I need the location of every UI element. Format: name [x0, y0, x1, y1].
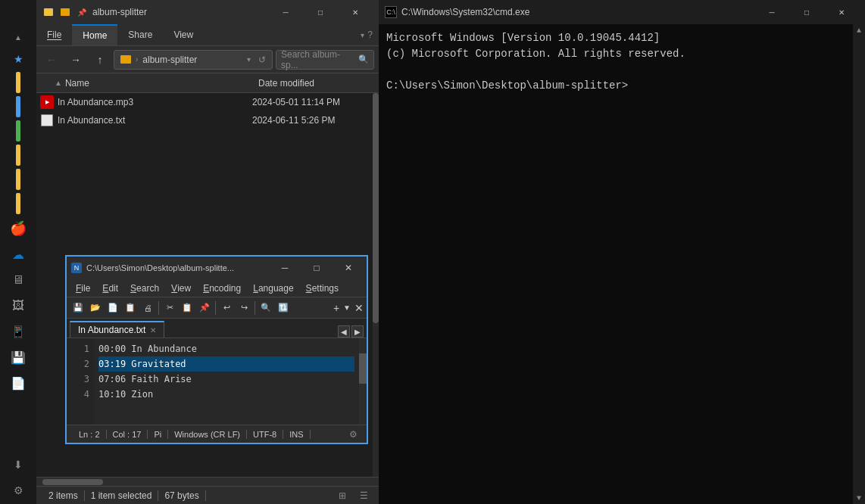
npp-line-1: 00:00 In Abundance — [98, 341, 354, 356]
npp-tb-print[interactable]: 🖨 — [139, 300, 156, 316]
npp-scrollbar[interactable] — [359, 338, 367, 425]
explorer-close-btn[interactable]: ✕ — [338, 0, 373, 24]
npp-status-gear-icon[interactable]: ⚙ — [345, 427, 361, 442]
npp-tab-nav-left[interactable]: ◀ — [338, 325, 350, 338]
back-btn[interactable]: ← — [41, 49, 62, 70]
cmd-scrollbar[interactable]: ▲ ▼ — [853, 24, 865, 504]
address-bar: ← → ↑ › album-splitter ▾ ↺ Search album-… — [36, 46, 379, 73]
cmd-line-4: C:\Users\Simon\Desktop\album-splitter> — [386, 78, 857, 94]
search-box[interactable]: Search album-sp... 🔍 — [276, 50, 374, 70]
npp-minimize-btn[interactable]: ─ — [271, 257, 298, 279]
sidebar-icon-item1 — [16, 72, 20, 93]
explorer-maximize-btn[interactable]: □ — [303, 0, 338, 24]
cmd-maximize-btn[interactable]: □ — [789, 0, 824, 24]
npp-tb-saveas[interactable]: 📋 — [122, 300, 139, 316]
sidebar-icon-star[interactable]: ★ — [5, 48, 32, 70]
npp-tb-copy[interactable]: 📋 — [179, 300, 195, 316]
npp-menu-encoding[interactable]: Encoding — [197, 279, 247, 297]
npp-linenum-3: 3 — [67, 372, 94, 387]
forward-btn[interactable]: → — [65, 49, 86, 70]
cmd-line-1: Microsoft Windows [Version 10.0.19045.44… — [386, 30, 857, 46]
file-item-mp3[interactable]: ▶ In Abundance.mp3 2024-05-01 11:14 PM — [36, 93, 379, 111]
npp-tb-replace[interactable]: 🔃 — [275, 300, 292, 316]
cmd-close-btn[interactable]: ✕ — [824, 0, 859, 24]
column-headers: ▲ Name Date modified — [36, 73, 379, 93]
npp-linenum-2: 2 — [67, 356, 94, 372]
npp-tb-cut[interactable]: ✂ — [161, 300, 178, 316]
sidebar-icon-item6 — [16, 193, 20, 214]
path-refresh-icon[interactable]: ↺ — [258, 54, 266, 65]
npp-close-btn[interactable]: ✕ — [335, 257, 362, 279]
horizontal-scrollbar[interactable] — [36, 477, 379, 486]
npp-tb-redo[interactable]: ↪ — [236, 300, 252, 316]
npp-toolbar-arrow[interactable]: ▼ — [343, 303, 351, 312]
notepad-window: N C:\Users\Simon\Desktop\album-splitte..… — [65, 255, 368, 444]
sidebar-icon-down[interactable]: ⬇ — [5, 454, 32, 475]
sidebar-icon-macos: 🍎 — [6, 216, 30, 241]
path-text: album-splitter — [142, 54, 242, 65]
npp-tb-sep2 — [215, 301, 216, 315]
npp-menu-search[interactable]: Search — [124, 279, 165, 297]
sidebar-icon-pc: 🖥 — [6, 268, 30, 292]
npp-tb-paste[interactable]: 📌 — [196, 300, 213, 316]
npp-tb-find[interactable]: 🔍 — [258, 300, 274, 316]
search-icon: 🔍 — [358, 54, 369, 64]
npp-tab-abundance[interactable]: In Abundance.txt ✕ — [70, 321, 164, 338]
ribbon-more-btn[interactable]: ▾ ? — [354, 30, 379, 40]
explorer-statusbar: 2 items 1 item selected 67 bytes ⊞ ☰ — [36, 486, 379, 504]
sidebar-icon-docs: 📄 — [6, 371, 30, 395]
col-sort-arrow: ▲ — [55, 79, 62, 87]
up-btn[interactable]: ↑ — [89, 49, 111, 70]
npp-tb-open[interactable]: 📂 — [87, 300, 104, 316]
status-list-view-icon[interactable]: ☰ — [354, 487, 373, 504]
address-path[interactable]: › album-splitter ▾ ↺ — [114, 50, 273, 70]
npp-toolbar-x[interactable]: ✕ — [354, 302, 364, 314]
cmd-body[interactable]: Microsoft Windows [Version 10.0.19045.44… — [379, 24, 865, 504]
explorer-pin-icon: 📌 — [76, 6, 88, 18]
sidebar-icon-drive: 💾 — [6, 345, 30, 369]
status-size: 67 bytes — [158, 490, 205, 501]
npp-tab-nav-right[interactable]: ▶ — [351, 325, 364, 338]
npp-tb-save[interactable]: 💾 — [70, 300, 86, 316]
npp-toolbar-plus[interactable]: + — [333, 302, 339, 314]
status-items-count: 2 items — [42, 490, 85, 501]
ribbon-tab-file[interactable]: File — [36, 24, 72, 45]
npp-menu-language[interactable]: Language — [247, 279, 299, 297]
npp-status-ln: Ln : 2 — [73, 430, 107, 439]
npp-statusbar: Ln : 2 Col : 17 Pi Windows (CR LF) UTF-8… — [67, 425, 367, 443]
ribbon-tab-share[interactable]: Share — [117, 24, 163, 45]
cmd-scroll-down-btn[interactable]: ▼ — [853, 492, 865, 504]
cmd-line-2: (c) Microsoft Corporation. All rights re… — [386, 46, 857, 62]
mp3-icon: ▶ — [39, 95, 55, 110]
txt-icon — [39, 113, 55, 128]
sidebar-icon-item3 — [16, 120, 20, 142]
npp-menu-edit[interactable]: Edit — [96, 279, 124, 297]
cmd-minimize-btn[interactable]: ─ — [754, 0, 789, 24]
npp-menu-settings[interactable]: Settings — [300, 279, 345, 297]
npp-tb-new[interactable]: 📄 — [105, 300, 121, 316]
ribbon-tab-home[interactable]: Home — [72, 24, 117, 45]
npp-text-area[interactable]: 00:00 In Abundance 03:19 Gravitated 07:0… — [94, 338, 359, 425]
cmd-scroll-up-btn[interactable]: ▲ — [853, 24, 865, 36]
file-item-txt[interactable]: In Abundance.txt 2024-06-11 5:26 PM — [36, 111, 379, 129]
npp-editor[interactable]: 1 2 3 4 00:00 In Abundance 03:19 Gravita… — [67, 338, 367, 425]
ribbon-tab-view[interactable]: View — [163, 24, 204, 45]
sidebar-collapse-btn[interactable]: ▲ — [5, 27, 32, 47]
npp-maximize-btn[interactable]: □ — [303, 257, 330, 279]
npp-menu-file[interactable]: File — [70, 279, 96, 297]
col-date-header[interactable]: Date modified — [258, 78, 376, 89]
path-dropdown-arrow[interactable]: ▾ — [247, 55, 251, 64]
explorer-title: album-splitter — [92, 7, 264, 17]
npp-menu-view[interactable]: View — [165, 279, 197, 297]
npp-tb-undo[interactable]: ↩ — [218, 300, 235, 316]
txt-filename: In Abundance.txt — [58, 115, 252, 126]
explorer-minimize-btn[interactable]: ─ — [268, 0, 303, 24]
sidebar-icon-mobile: 📱 — [6, 319, 30, 344]
npp-tab-close-btn[interactable]: ✕ — [150, 326, 156, 334]
status-grid-view-icon[interactable]: ⊞ — [333, 487, 351, 504]
npp-title-text: C:\Users\Simon\Desktop\album-splitte... — [86, 263, 267, 272]
sidebar-icon-settings[interactable]: ⚙ — [5, 480, 32, 501]
path-folder-icon — [120, 55, 131, 64]
col-name-header[interactable]: Name — [65, 78, 258, 89]
file-list-scrollbar[interactable] — [373, 93, 379, 477]
